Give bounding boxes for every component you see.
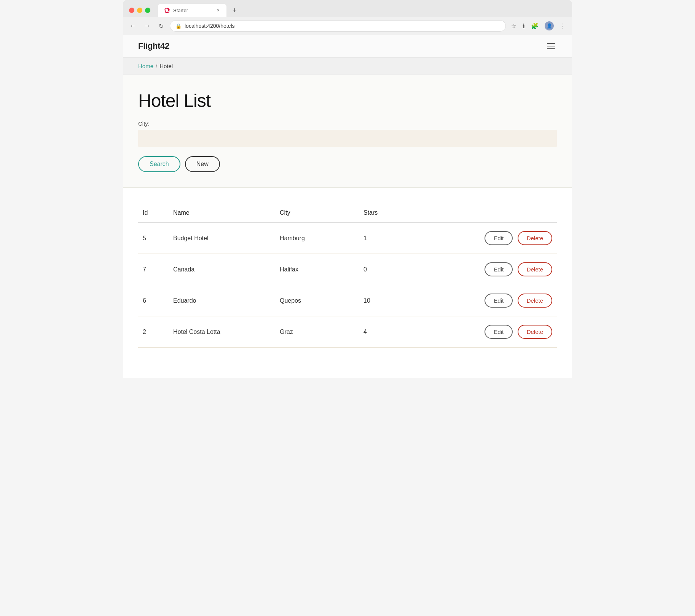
- table-row: 5 Budget Hotel Hamburg 1 Edit Delete: [138, 223, 557, 254]
- forward-button[interactable]: →: [142, 21, 153, 31]
- info-button[interactable]: ℹ: [521, 21, 526, 31]
- address-bar[interactable]: 🔒 localhost:4200/hotels: [170, 20, 506, 32]
- delete-button[interactable]: Delete: [518, 325, 552, 339]
- hamburger-menu-button[interactable]: [545, 41, 557, 51]
- bookmark-button[interactable]: ☆: [510, 21, 518, 31]
- cell-city: Quepos: [275, 285, 359, 316]
- new-tab-button[interactable]: +: [230, 5, 240, 16]
- breadcrumb-bar: Home / Hotel: [123, 57, 572, 75]
- traffic-lights: [129, 8, 150, 13]
- profile-button[interactable]: 👤: [543, 20, 555, 32]
- delete-button[interactable]: Delete: [518, 231, 552, 245]
- breadcrumb-separator: /: [156, 63, 157, 69]
- cell-id: 5: [138, 223, 169, 254]
- cell-stars: 10: [359, 285, 420, 316]
- edit-button[interactable]: Edit: [485, 262, 513, 276]
- toolbar-actions: ☆ ℹ 🧩 👤 ⋮: [510, 20, 567, 32]
- cell-stars: 1: [359, 223, 420, 254]
- breadcrumb: Home / Hotel: [138, 63, 557, 69]
- cell-stars: 4: [359, 316, 420, 348]
- delete-button[interactable]: Delete: [518, 262, 552, 276]
- cell-name: Eduardo: [169, 285, 275, 316]
- col-header-id: Id: [138, 203, 169, 223]
- refresh-button[interactable]: ↻: [156, 21, 166, 31]
- edit-button[interactable]: Edit: [485, 231, 513, 245]
- cell-name: Hotel Costa Lotta: [169, 316, 275, 348]
- col-header-name: Name: [169, 203, 275, 223]
- edit-button[interactable]: Edit: [485, 294, 513, 308]
- tab-title: Starter: [173, 8, 188, 13]
- delete-button[interactable]: Delete: [518, 294, 552, 308]
- browser-tab[interactable]: Starter ×: [158, 4, 226, 17]
- breadcrumb-home-link[interactable]: Home: [138, 63, 153, 69]
- app-header: Flight42: [123, 35, 572, 57]
- back-button[interactable]: ←: [128, 21, 138, 31]
- cell-id: 2: [138, 316, 169, 348]
- hamburger-line-1: [547, 43, 555, 44]
- cell-id: 6: [138, 285, 169, 316]
- table-row: 2 Hotel Costa Lotta Graz 4 Edit Delete: [138, 316, 557, 348]
- edit-button[interactable]: Edit: [485, 325, 513, 339]
- table-header-row: Id Name City Stars: [138, 203, 557, 223]
- app-logo: Flight42: [138, 41, 169, 51]
- city-input[interactable]: [138, 130, 557, 147]
- city-label: City:: [138, 120, 557, 127]
- cell-stars: 0: [359, 254, 420, 285]
- lock-icon: 🔒: [175, 23, 182, 29]
- col-header-city: City: [275, 203, 359, 223]
- hamburger-line-2: [547, 46, 555, 46]
- extension-icon[interactable]: 🧩: [529, 21, 540, 31]
- cell-id: 7: [138, 254, 169, 285]
- cell-actions: Edit Delete: [420, 285, 557, 316]
- search-section: Hotel List City: Search New: [123, 75, 572, 188]
- app-wrapper: Flight42 Home / Hotel Hotel List City: S…: [123, 35, 572, 378]
- minimize-window-button[interactable]: [137, 8, 142, 13]
- page-title: Hotel List: [138, 90, 557, 111]
- table-row: 6 Eduardo Quepos 10 Edit Delete: [138, 285, 557, 316]
- browser-chrome: Starter × +: [123, 0, 572, 17]
- cell-actions: Edit Delete: [420, 316, 557, 348]
- search-button[interactable]: Search: [138, 156, 180, 172]
- breadcrumb-current: Hotel: [159, 63, 173, 69]
- col-header-actions: [420, 203, 557, 223]
- angular-icon: [164, 7, 170, 13]
- table-row: 7 Canada Halifax 0 Edit Delete: [138, 254, 557, 285]
- new-button[interactable]: New: [185, 156, 220, 172]
- button-group: Search New: [138, 156, 557, 172]
- url-text: localhost:4200/hotels: [185, 23, 235, 29]
- hotels-table: Id Name City Stars 5 Budget Hotel Hambur…: [138, 203, 557, 348]
- cell-name: Canada: [169, 254, 275, 285]
- hamburger-line-3: [547, 48, 555, 49]
- browser-toolbar: ← → ↻ 🔒 localhost:4200/hotels ☆ ℹ 🧩 👤 ⋮: [123, 17, 572, 35]
- cell-city: Hamburg: [275, 223, 359, 254]
- cell-name: Budget Hotel: [169, 223, 275, 254]
- more-button[interactable]: ⋮: [558, 21, 567, 31]
- tab-close-button[interactable]: ×: [216, 7, 220, 14]
- table-section: Id Name City Stars 5 Budget Hotel Hambur…: [123, 188, 572, 363]
- cell-actions: Edit Delete: [420, 223, 557, 254]
- cell-city: Graz: [275, 316, 359, 348]
- close-window-button[interactable]: [129, 8, 134, 13]
- cell-city: Halifax: [275, 254, 359, 285]
- cell-actions: Edit Delete: [420, 254, 557, 285]
- col-header-stars: Stars: [359, 203, 420, 223]
- maximize-window-button[interactable]: [145, 8, 150, 13]
